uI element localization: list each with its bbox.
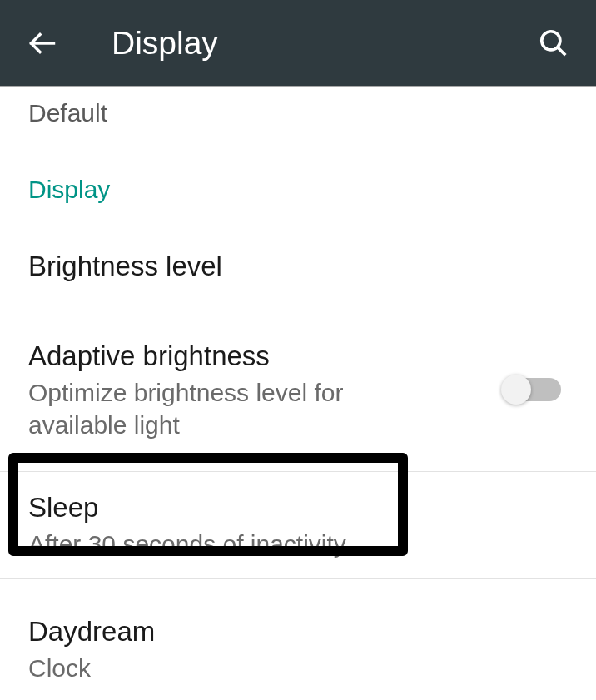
setting-title: Daydream xyxy=(28,614,568,650)
setting-text: Adaptive brightness Optimize brightness … xyxy=(28,339,503,441)
back-button[interactable] xyxy=(25,26,60,61)
search-button[interactable] xyxy=(536,26,571,61)
setting-brightness-level[interactable]: Brightness level xyxy=(0,226,596,315)
setting-subtitle: Optimize brightness level for available … xyxy=(28,376,420,441)
setting-text: Sleep After 30 seconds of inactivity xyxy=(28,490,568,560)
back-arrow-icon xyxy=(27,28,57,58)
setting-title: Brightness level xyxy=(28,249,568,285)
search-icon xyxy=(538,27,569,59)
settings-content: Default Display Brightness level Adaptiv… xyxy=(0,87,596,700)
toggle-thumb-icon xyxy=(501,375,531,405)
section-header-display: Display xyxy=(0,176,596,226)
setting-subtitle: After 30 seconds of inactivity xyxy=(28,528,568,560)
adaptive-brightness-toggle[interactable] xyxy=(503,378,561,401)
setting-daydream[interactable]: Daydream Clock xyxy=(0,579,596,700)
setting-text: Daydream Clock xyxy=(28,614,568,684)
setting-text: Brightness level xyxy=(28,249,568,285)
setting-subtitle: Clock xyxy=(28,652,568,684)
setting-title: Adaptive brightness xyxy=(28,339,503,375)
setting-sleep[interactable]: Sleep After 30 seconds of inactivity xyxy=(0,472,596,579)
default-value-label: Default xyxy=(0,87,596,176)
app-header: Display xyxy=(0,0,596,87)
page-title: Display xyxy=(112,25,218,62)
setting-adaptive-brightness[interactable]: Adaptive brightness Optimize brightness … xyxy=(0,315,596,472)
setting-title: Sleep xyxy=(28,490,568,526)
svg-point-1 xyxy=(542,31,560,49)
svg-line-2 xyxy=(558,47,566,55)
